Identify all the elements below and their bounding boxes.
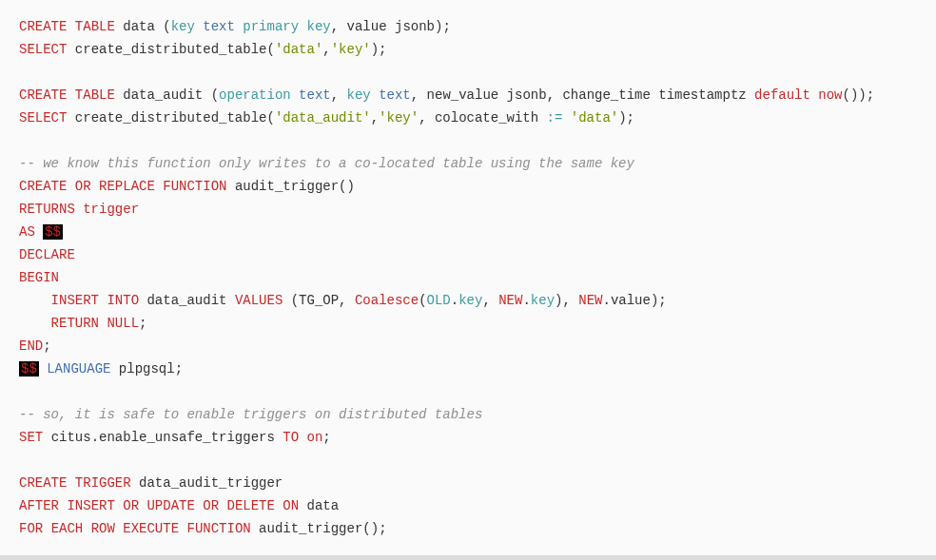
code-line: CREATE OR REPLACE FUNCTION audit_trigger… (19, 179, 355, 194)
keyword: UPDATE (146, 498, 194, 513)
punct: , (371, 110, 379, 126)
keyword: key (171, 19, 195, 34)
code-line: AFTER INSERT OR UPDATE OR DELETE ON data (19, 498, 339, 513)
identifier: plpgsql; (119, 361, 183, 377)
keyword: on (307, 430, 323, 445)
type: jsonb (395, 19, 435, 34)
keyword: DELETE (227, 498, 275, 513)
keyword: key (347, 87, 371, 103)
code-line: RETURN NULL; (19, 316, 146, 331)
identifier: colocate_with (435, 110, 538, 126)
func-call: create_distributed_table( (75, 42, 275, 57)
comment: -- so, it is safe to enable triggers on … (19, 407, 482, 422)
keyword: OR REPLACE (75, 179, 155, 194)
keyword: operation (219, 87, 291, 103)
paren: (TG_OP, (291, 293, 347, 308)
identifier: new_value (427, 87, 499, 103)
type: text (203, 19, 235, 34)
identifier: value (611, 293, 651, 308)
code-line: CREATE TABLE data_audit (operation text,… (19, 87, 874, 103)
paren: ( (211, 87, 219, 103)
keyword: CREATE (19, 179, 67, 194)
punct: ), (555, 293, 571, 308)
keyword: AFTER (19, 498, 59, 513)
punct: . (602, 293, 610, 308)
keyword: FUNCTION (163, 179, 226, 194)
keyword: SELECT (19, 110, 67, 126)
func-def: audit_trigger() (235, 179, 355, 194)
keyword: TO (283, 430, 299, 445)
type: jsonb (507, 87, 547, 103)
code-line: CREATE TABLE data (key text primary key,… (19, 19, 451, 34)
string: 'key' (331, 42, 371, 57)
string: 'data_audit' (275, 110, 371, 126)
keyword: RETURNS (19, 202, 75, 217)
keyword: END (19, 338, 43, 354)
keyword: LANGUAGE (47, 361, 110, 377)
code-line: -- so, it is safe to enable triggers on … (19, 407, 482, 422)
keyword: RETURN (51, 316, 99, 331)
keyword: EXECUTE (123, 521, 179, 536)
keyword: key (307, 19, 331, 34)
keyword: CREATE (19, 475, 67, 491)
punct: ); (435, 19, 451, 34)
keyword: SELECT (19, 42, 67, 57)
punct: ); (618, 110, 634, 126)
string: 'data' (571, 110, 618, 126)
keyword: FUNCTION (186, 521, 250, 536)
dollar-quote: $$ (19, 361, 39, 377)
code-line: END; (19, 338, 51, 354)
type: timestamptz (658, 87, 746, 103)
identifier: citus.enable_unsafe_triggers (51, 430, 275, 445)
code-line: FOR EACH ROW EXECUTE FUNCTION audit_trig… (19, 521, 387, 536)
code-line: INSERT INTO data_audit VALUES (TG_OP, Co… (19, 293, 667, 308)
keyword: TRIGGER (75, 475, 131, 491)
punct: , (331, 87, 339, 103)
paren: ( (419, 293, 426, 308)
keyword: ON (283, 498, 299, 513)
identifier: data_audit (123, 87, 203, 103)
identifier: change_time (562, 87, 650, 103)
keyword: EACH (51, 521, 84, 536)
keyword: CREATE (19, 87, 67, 103)
keyword: INSERT (67, 498, 114, 513)
keyword: FOR (19, 521, 43, 536)
keyword: OLD (427, 293, 451, 308)
keyword: INSERT (51, 293, 99, 308)
punct: , (331, 19, 339, 34)
identifier: value (347, 19, 387, 34)
keyword: OR (203, 498, 219, 513)
punct: , (322, 42, 330, 57)
keyword: INTO (107, 293, 139, 308)
keyword: TABLE (75, 19, 115, 34)
keyword: OR (123, 498, 139, 513)
keyword: key (531, 293, 555, 308)
code-line: BEGIN (19, 270, 59, 285)
code-line: -- we know this function only writes to … (19, 156, 634, 171)
string: 'data' (275, 42, 322, 57)
punct: , (482, 293, 490, 308)
dollar-quote: $$ (43, 224, 63, 240)
keyword: CREATE (19, 19, 67, 34)
string: 'key' (379, 110, 419, 126)
keyword: default (754, 87, 810, 103)
code-line: RETURNS trigger (19, 202, 139, 217)
keyword: TABLE (75, 87, 115, 103)
func: Coalesce (355, 293, 419, 308)
paren: ( (163, 19, 170, 34)
keyword: VALUES (235, 293, 283, 308)
keyword: NULL (107, 316, 139, 331)
punct: . (451, 293, 458, 308)
func: now (818, 87, 842, 103)
identifier: data (307, 498, 340, 513)
punct: ); (651, 293, 667, 308)
keyword: AS (19, 224, 35, 240)
func-call: audit_trigger(); (259, 521, 386, 536)
keyword: NEW (578, 293, 602, 308)
code-line: SET citus.enable_unsafe_triggers TO on; (19, 430, 331, 445)
keyword: ROW (91, 521, 115, 536)
keyword: key (458, 293, 482, 308)
code-line: CREATE TRIGGER data_audit_trigger (19, 475, 283, 491)
operator: := (547, 110, 563, 126)
code-line: DECLARE (19, 247, 75, 262)
